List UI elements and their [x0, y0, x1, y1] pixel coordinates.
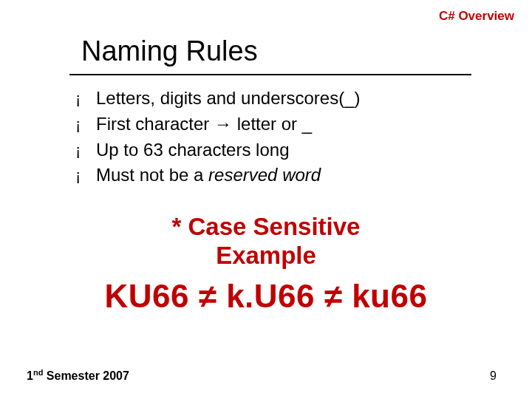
bullet-text-emphasis: reserved word [208, 165, 321, 185]
bullet-text-segment: Must not be a [96, 165, 208, 185]
footer-ordinal-suffix: nd [33, 368, 43, 377]
slide-title: Naming Rules [81, 35, 258, 67]
footer-text-segment: Semester 2007 [43, 369, 129, 382]
case-sensitive-line: Example [0, 242, 532, 270]
case-example: KU66 ≠ k.U66 ≠ ku66 [0, 278, 532, 315]
header-section-label: C# Overview [439, 9, 514, 24]
bullet-text-segment: First character [96, 114, 214, 134]
bullet-item: ¡ First character → letter or _ [75, 112, 489, 137]
arrow-icon: → [214, 114, 232, 134]
footer-semester: 1nd Semester 2007 [27, 368, 129, 383]
bullet-glyph: ¡ [75, 87, 96, 111]
bullet-text: Up to 63 characters long [96, 137, 489, 163]
footer-text-segment: 1 [27, 369, 33, 382]
bullet-text: Must not be a reserved word [96, 163, 489, 188]
case-sensitive-line: * Case Sensitive [0, 213, 532, 242]
bullet-list: ¡ Letters, digits and underscores(_) ¡ F… [75, 86, 489, 188]
bullet-text: Letters, digits and underscores(_) [96, 86, 489, 112]
bullet-text-segment: letter or _ [232, 114, 312, 134]
page-number: 9 [490, 369, 497, 383]
title-underline [69, 74, 471, 75]
bullet-item: ¡ Up to 63 characters long [75, 137, 489, 163]
case-sensitive-note: * Case Sensitive Example [0, 213, 532, 270]
bullet-text: First character → letter or _ [96, 112, 489, 137]
bullet-glyph: ¡ [75, 113, 96, 137]
bullet-item: ¡ Letters, digits and underscores(_) [75, 86, 489, 112]
bullet-glyph: ¡ [75, 139, 96, 163]
bullet-item: ¡ Must not be a reserved word [75, 163, 489, 188]
bullet-glyph: ¡ [75, 164, 96, 188]
